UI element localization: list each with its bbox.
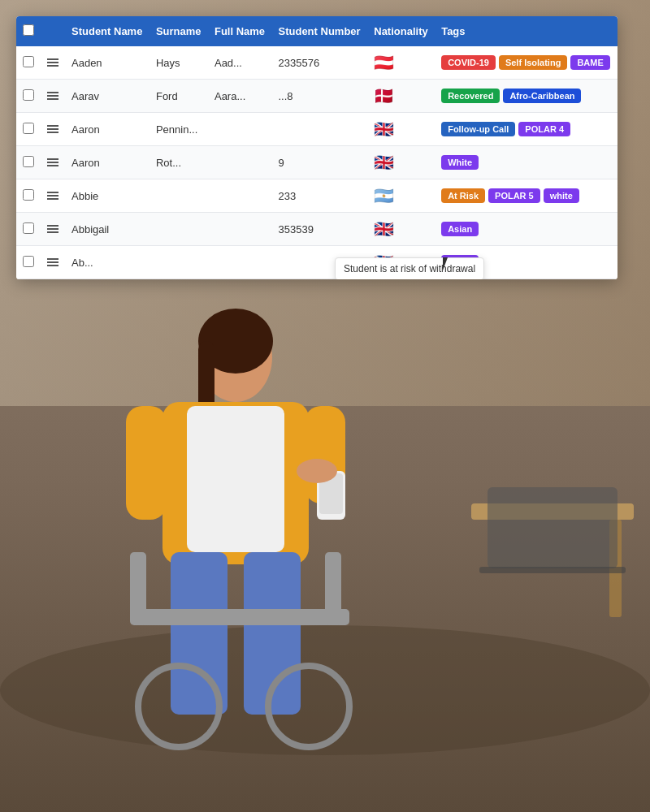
tags-cell: COVID-19Self IsolatingBAME bbox=[435, 46, 618, 80]
table-row: AaronPennin...🇬🇧Follow-up CallPOLAR 4 bbox=[16, 113, 618, 146]
svg-rect-20 bbox=[325, 552, 341, 625]
row-menu-cell[interactable] bbox=[41, 80, 65, 113]
student-first-name: Aaron bbox=[65, 113, 150, 146]
student-first-name: Aarav bbox=[65, 80, 150, 113]
table-row: AadenHaysAad...2335576🇦🇹COVID-19Self Iso… bbox=[16, 46, 618, 80]
student-number: 233 bbox=[272, 179, 368, 213]
select-all-checkbox[interactable] bbox=[23, 24, 34, 36]
nationality-flag: 🇦🇹 bbox=[367, 46, 435, 80]
student-surname bbox=[150, 213, 208, 246]
tag-badge[interactable]: POLAR 4 bbox=[518, 122, 570, 136]
row-checkbox-cell bbox=[16, 146, 41, 179]
row-menu-cell[interactable] bbox=[41, 46, 65, 80]
tag-badge[interactable]: white bbox=[544, 188, 579, 203]
nationality-flag: 🇩🇰 bbox=[367, 80, 435, 113]
table-header-row: Student Name Surname Full Name Student N… bbox=[16, 16, 618, 46]
student-full-name: Aad... bbox=[208, 46, 272, 80]
row-checkbox[interactable] bbox=[23, 222, 34, 234]
student-first-name: Ab... bbox=[65, 246, 150, 279]
row-checkbox-cell bbox=[16, 80, 41, 113]
svg-rect-6 bbox=[479, 567, 626, 573]
student-full-name bbox=[208, 179, 272, 213]
header-checkbox-col bbox=[16, 16, 41, 46]
student-number: 2335576 bbox=[272, 46, 368, 80]
svg-rect-5 bbox=[488, 487, 618, 568]
student-surname bbox=[150, 246, 208, 279]
hamburger-icon[interactable] bbox=[47, 192, 58, 200]
header-nationality: Nationality bbox=[367, 16, 435, 46]
tag-badge[interactable]: BAME bbox=[570, 55, 609, 70]
student-first-name: Aaron bbox=[65, 146, 150, 179]
student-number bbox=[272, 113, 368, 146]
student-full-name bbox=[208, 146, 272, 179]
row-checkbox[interactable] bbox=[23, 189, 34, 201]
tag-badge[interactable]: Afro-Caribbean bbox=[503, 89, 581, 103]
hamburger-icon[interactable] bbox=[47, 225, 58, 233]
svg-rect-19 bbox=[130, 552, 146, 625]
row-menu-cell[interactable] bbox=[41, 146, 65, 179]
table-row: Abbigail353539🇬🇧Asian bbox=[16, 213, 618, 246]
hamburger-icon[interactable] bbox=[47, 92, 58, 100]
student-number: ...8 bbox=[272, 80, 368, 113]
tags-cell: White bbox=[435, 146, 618, 179]
student-surname: Pennin... bbox=[150, 113, 208, 146]
row-checkbox[interactable] bbox=[23, 256, 34, 267]
hamburger-icon[interactable] bbox=[47, 258, 58, 266]
row-checkbox-cell bbox=[16, 113, 41, 146]
header-full-name: Full Name bbox=[208, 16, 272, 46]
tag-badge[interactable]: At Risk bbox=[441, 188, 485, 203]
row-checkbox[interactable] bbox=[23, 123, 34, 134]
svg-rect-18 bbox=[138, 609, 349, 625]
header-surname: Surname bbox=[150, 16, 208, 46]
tags-cell: Asian bbox=[435, 213, 618, 246]
tag-badge[interactable]: POLAR 5 bbox=[488, 188, 540, 203]
tag-badge[interactable]: Recovered bbox=[441, 89, 500, 103]
student-number: 353539 bbox=[272, 213, 368, 246]
student-full-name bbox=[208, 213, 272, 246]
header-menu-col bbox=[41, 16, 65, 46]
table-row: Abbie233🇦🇷At RiskPOLAR 5white bbox=[16, 179, 618, 213]
header-student-number: Student Number bbox=[272, 16, 368, 46]
student-number: 9 bbox=[272, 146, 368, 179]
nationality-flag: 🇬🇧 bbox=[367, 113, 435, 146]
row-menu-cell[interactable] bbox=[41, 213, 65, 246]
row-checkbox[interactable] bbox=[23, 89, 34, 101]
table-row: AaronRot...9🇬🇧White bbox=[16, 146, 618, 179]
student-first-name: Abbie bbox=[65, 179, 150, 213]
table-row: Ab...🇬🇧Asian bbox=[16, 246, 618, 279]
student-full-name bbox=[208, 113, 272, 146]
nationality-flag: 🇬🇧 bbox=[367, 213, 435, 246]
hamburger-icon[interactable] bbox=[47, 158, 58, 166]
tags-cell: At RiskPOLAR 5white bbox=[435, 179, 618, 213]
row-menu-cell[interactable] bbox=[41, 113, 65, 146]
svg-rect-11 bbox=[187, 406, 284, 552]
tag-badge[interactable]: Self Isolating bbox=[499, 55, 567, 70]
hamburger-icon[interactable] bbox=[47, 125, 58, 133]
svg-point-23 bbox=[297, 459, 337, 483]
svg-point-2 bbox=[0, 625, 650, 755]
tag-badge[interactable]: Follow-up Call bbox=[441, 122, 515, 136]
row-checkbox[interactable] bbox=[23, 156, 34, 167]
at-risk-tooltip: Student is at risk of withdrawal bbox=[335, 257, 484, 279]
student-surname: Rot... bbox=[150, 146, 208, 179]
header-student-name: Student Name bbox=[65, 16, 150, 46]
tag-badge[interactable]: Asian bbox=[441, 222, 479, 236]
svg-rect-12 bbox=[126, 406, 167, 520]
nationality-flag: 🇬🇧 bbox=[367, 146, 435, 179]
student-surname bbox=[150, 179, 208, 213]
row-checkbox-cell bbox=[16, 213, 41, 246]
row-checkbox-cell bbox=[16, 246, 41, 279]
row-menu-cell[interactable] bbox=[41, 246, 65, 279]
row-checkbox[interactable] bbox=[23, 56, 34, 67]
row-menu-cell[interactable] bbox=[41, 179, 65, 213]
nationality-flag: 🇦🇷 bbox=[367, 179, 435, 213]
tag-badge[interactable]: COVID-19 bbox=[441, 55, 496, 70]
hamburger-icon[interactable] bbox=[47, 58, 58, 67]
student-first-name: Abbigail bbox=[65, 213, 150, 246]
tags-cell: RecoveredAfro-Caribbean bbox=[435, 80, 618, 113]
header-tags: Tags bbox=[435, 16, 618, 46]
student-surname: Ford bbox=[150, 80, 208, 113]
tag-badge[interactable]: White bbox=[441, 155, 479, 170]
row-checkbox-cell bbox=[16, 179, 41, 213]
student-table-panel: Student Name Surname Full Name Student N… bbox=[16, 16, 618, 279]
